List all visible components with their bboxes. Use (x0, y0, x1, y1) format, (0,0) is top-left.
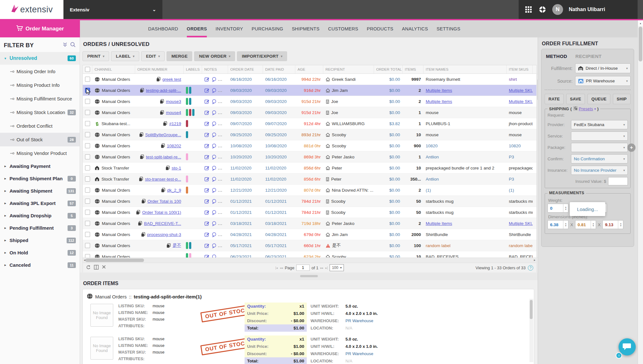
more-icon[interactable]: ... (218, 221, 222, 226)
order-items-scroll-thumb[interactable] (530, 300, 533, 319)
clear-selection-icon[interactable] (102, 265, 106, 271)
refresh-table-icon[interactable] (86, 265, 91, 271)
column-header-order-total[interactable]: ORDER TOTAL (374, 65, 403, 73)
more-icon[interactable]: ... (218, 166, 222, 170)
copy-order-icon[interactable] (160, 110, 164, 115)
column-header-notes[interactable]: NOTES (202, 65, 228, 73)
sidebar-item-unresolved[interactable]: ▾Unresolved60 (0, 52, 80, 65)
copy-order-icon[interactable] (140, 154, 144, 159)
sidebar-item-out-of-stock[interactable]: Out of Stock28 (0, 133, 80, 146)
column-header-item-skus[interactable]: ITEM SKUS (507, 65, 533, 73)
order-number-link[interactable]: greek test (162, 77, 181, 82)
table-row[interactable]: Manual Ordersgreek test...06/16/202006/1… (83, 74, 536, 85)
copy-order-icon[interactable] (136, 210, 141, 215)
comment-icon[interactable] (212, 110, 217, 115)
insurance-select[interactable]: No Insurance Provider▾ (571, 166, 628, 175)
order-items-order-name[interactable]: testing-add-split-order-item(1) (134, 294, 202, 299)
panel-splitter[interactable] (80, 272, 538, 280)
stepper-arrows-icon[interactable]: ▲▼ (563, 220, 568, 229)
table-row[interactable]: Skubana-test...#1219...09/07/202009/07/2… (83, 118, 536, 129)
row-checkbox[interactable] (85, 110, 90, 115)
caret-right-icon[interactable]: ▸ (4, 263, 10, 267)
edit-note-icon[interactable] (204, 188, 210, 193)
more-icon[interactable]: ... (218, 132, 222, 137)
page-scroll-up-icon[interactable]: ▴ (638, 20, 643, 26)
row-checkbox[interactable] (85, 165, 90, 170)
more-icon[interactable]: ... (218, 99, 222, 104)
queue-button[interactable]: QUEUE (587, 94, 610, 104)
comment-icon[interactable] (212, 121, 217, 126)
tab-dashboard[interactable]: DASHBOARD (148, 20, 178, 37)
edit-note-icon[interactable] (204, 254, 210, 258)
more-icon[interactable]: ... (218, 144, 222, 148)
table-row[interactable]: Stock Transfersto-1...11/02/202011/02/20… (83, 163, 536, 174)
ship-button[interactable]: SHIP (613, 94, 631, 104)
sidebar-item-awaiting-shipment[interactable]: ▸Awaiting Shipment131 (0, 185, 80, 197)
comment-icon[interactable] (212, 199, 217, 204)
copy-order-icon[interactable] (156, 77, 161, 82)
select-all-checkbox[interactable] (85, 67, 90, 72)
more-icon[interactable]: ... (218, 121, 222, 126)
edit-note-icon[interactable] (204, 199, 210, 204)
copy-order-icon[interactable] (166, 243, 171, 248)
order-number-link[interactable]: mouse3 (166, 99, 181, 104)
row-checkbox[interactable] (85, 243, 90, 248)
help-icon[interactable]: ? (528, 265, 533, 271)
more-icon[interactable]: ... (218, 210, 222, 215)
order-number-link[interactable]: Order Total is 100(1) (142, 210, 181, 215)
comment-icon[interactable] (212, 165, 217, 171)
edit-note-icon[interactable] (204, 88, 210, 93)
package-select[interactable]: ▾ (571, 143, 628, 152)
caret-right-icon[interactable]: ▸ (4, 226, 10, 230)
last-page-icon[interactable]: ▸| (325, 266, 328, 270)
horizontal-scroll-thumb[interactable] (85, 259, 144, 262)
copy-order-icon[interactable] (165, 165, 170, 170)
table-row[interactable]: Manual Ordersmouse4...09/03/202009/03/20… (83, 107, 536, 118)
table-row[interactable]: Manual Ordersmouse3...09/03/202009/03/20… (83, 96, 536, 107)
comment-icon[interactable] (212, 132, 217, 137)
fulfillment-select[interactable]: Direct / In-House▾ (575, 63, 631, 73)
edit-note-icon[interactable] (204, 243, 210, 248)
edit-note-icon[interactable] (204, 232, 210, 237)
comment-icon[interactable] (212, 254, 217, 258)
column-header-items[interactable]: ITEMS (403, 65, 423, 73)
sidebar-item-orderbot-conflict[interactable]: Orderbot Conflict (0, 119, 80, 133)
table-row[interactable]: Manual Orderstesting-add-split-......09/… (83, 85, 536, 96)
copy-order-icon[interactable] (139, 176, 143, 182)
column-header-date-paid[interactable]: DATE PAID (263, 65, 295, 73)
next-page-icon[interactable]: ▸▸ (320, 266, 324, 270)
more-icon[interactable]: ... (218, 232, 222, 237)
label-button[interactable]: LABEL▾ (111, 51, 139, 61)
column-header-recipient[interactable]: RECIPIENT (323, 65, 374, 73)
save-button[interactable]: SAVE (566, 94, 585, 104)
provider-select[interactable]: FedEx Skubana▾ (571, 120, 628, 129)
caret-right-icon[interactable]: ▸ (4, 164, 10, 168)
edit-note-icon[interactable] (204, 110, 210, 115)
order-number-link[interactable]: test-split-label-re... (146, 155, 181, 159)
edit-note-icon[interactable] (204, 99, 210, 104)
caret-right-icon[interactable]: ▸ (4, 251, 10, 255)
table-row[interactable]: Manual Orders是不...05/17/202105/17/202166… (83, 240, 536, 251)
more-icon[interactable]: ... (218, 188, 222, 193)
first-page-icon[interactable]: |◂ (275, 266, 278, 270)
user-avatar[interactable]: N (552, 4, 563, 15)
edit-note-icon[interactable] (204, 154, 210, 160)
service-select[interactable]: ▾ (571, 131, 628, 141)
order-number-link[interactable]: SplitByIteGroupe... (145, 132, 181, 137)
more-icon[interactable]: ... (218, 177, 222, 182)
order-manager-brand[interactable]: Order Manager (0, 20, 80, 37)
user-name[interactable]: Nathan Ulibarri (569, 7, 605, 12)
tab-products[interactable]: PRODUCTS (367, 20, 393, 37)
column-header-order-date[interactable]: ORDER DATE (228, 65, 263, 73)
item-skus-link[interactable]: Multiple SKU (509, 88, 533, 93)
sidebar-item-canceled[interactable]: ▸Canceled11 (0, 259, 80, 271)
order-number-link[interactable]: 108202 (167, 144, 181, 148)
confirm-select[interactable]: No Confirmation▾ (571, 154, 628, 163)
sidebar-item-pending-shipment-plan[interactable]: ▸Pending Shipment Plan0 (0, 172, 80, 185)
copy-order-icon[interactable] (160, 99, 164, 104)
row-checkbox[interactable] (85, 221, 90, 226)
order-number-link[interactable]: mouse4 (166, 110, 181, 115)
comment-icon[interactable] (212, 176, 217, 182)
presets-link[interactable]: Presets (579, 107, 593, 111)
table-row[interactable]: Manual Orders...06/23/202106/23/2021623d… (83, 251, 536, 258)
